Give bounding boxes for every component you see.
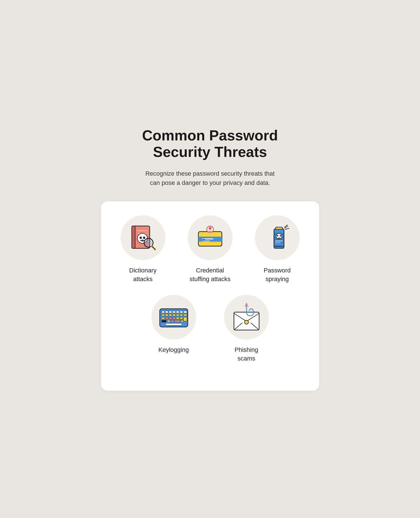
phishing-icon-circle — [224, 295, 269, 340]
threats-row-2: Keylogging — [112, 295, 308, 363]
svg-rect-17 — [202, 238, 213, 239]
threats-row-1: Dictionaryattacks — [112, 215, 308, 284]
svg-rect-30 — [276, 227, 282, 229]
threats-card: Dictionaryattacks — [101, 201, 319, 391]
svg-rect-54 — [176, 317, 179, 319]
svg-rect-50 — [162, 317, 165, 319]
page-title: Common PasswordSecurity Threats — [101, 127, 319, 161]
svg-rect-57 — [162, 320, 166, 322]
password-spraying-icon — [261, 221, 294, 255]
svg-point-5 — [140, 237, 142, 239]
svg-rect-29 — [275, 242, 281, 243]
threat-item-spraying: Passwordspraying — [249, 215, 305, 284]
credential-stuffing-icon — [193, 221, 227, 255]
svg-rect-58 — [167, 320, 170, 322]
svg-rect-49 — [184, 314, 187, 316]
svg-rect-55 — [180, 317, 183, 319]
svg-rect-62 — [166, 323, 182, 325]
svg-rect-51 — [165, 317, 168, 319]
svg-point-25 — [280, 235, 281, 237]
dictionary-attacks-label: Dictionaryattacks — [129, 266, 157, 284]
threat-item-credential: Credentialstuffing attacks — [182, 215, 238, 284]
password-spraying-label: Passwordspraying — [264, 266, 291, 284]
credential-icon-circle — [188, 215, 233, 260]
dictionary-icon-circle — [121, 215, 165, 260]
svg-rect-1 — [132, 226, 135, 248]
svg-rect-36 — [162, 311, 165, 313]
svg-rect-56 — [184, 317, 187, 321]
spraying-icon-circle — [255, 215, 300, 260]
phishing-scams-label: Phishingscams — [234, 346, 258, 363]
svg-rect-38 — [169, 311, 172, 313]
keylogging-icon-circle — [151, 295, 196, 340]
svg-rect-28 — [275, 241, 283, 241]
svg-point-24 — [277, 235, 278, 237]
page-subtitle: Recognize these password security threat… — [101, 169, 319, 187]
svg-rect-18 — [202, 241, 210, 241]
svg-rect-61 — [181, 320, 183, 322]
svg-rect-60 — [175, 320, 180, 322]
svg-rect-37 — [165, 311, 168, 313]
svg-point-6 — [143, 237, 145, 239]
svg-rect-34 — [274, 246, 284, 248]
dictionary-attacks-icon — [126, 221, 160, 255]
svg-rect-46 — [173, 314, 175, 316]
keylogging-icon — [156, 300, 192, 334]
threat-item-phishing: Phishingscams — [219, 295, 274, 363]
svg-rect-45 — [169, 314, 172, 316]
svg-rect-41 — [180, 311, 183, 313]
svg-line-31 — [285, 226, 288, 228]
svg-rect-43 — [162, 314, 165, 316]
page-wrapper: Common PasswordSecurity Threats Recogniz… — [101, 127, 319, 391]
svg-point-10 — [145, 239, 152, 246]
svg-rect-48 — [180, 314, 183, 316]
svg-point-20 — [209, 227, 212, 230]
svg-point-67 — [245, 320, 248, 324]
svg-rect-47 — [176, 314, 179, 316]
threat-item-dictionary: Dictionaryattacks — [115, 215, 171, 284]
svg-rect-40 — [176, 311, 179, 313]
phishing-scams-icon — [228, 300, 265, 334]
svg-rect-59 — [171, 320, 174, 322]
credential-stuffing-label: Credentialstuffing attacks — [189, 266, 230, 284]
keylogging-label: Keylogging — [158, 346, 189, 354]
threat-item-keylogging: Keylogging — [146, 295, 202, 363]
svg-rect-39 — [173, 311, 175, 313]
svg-rect-44 — [165, 314, 168, 316]
svg-rect-52 — [169, 317, 172, 319]
svg-rect-42 — [184, 311, 187, 313]
svg-rect-53 — [173, 317, 175, 319]
svg-line-32 — [285, 228, 289, 229]
